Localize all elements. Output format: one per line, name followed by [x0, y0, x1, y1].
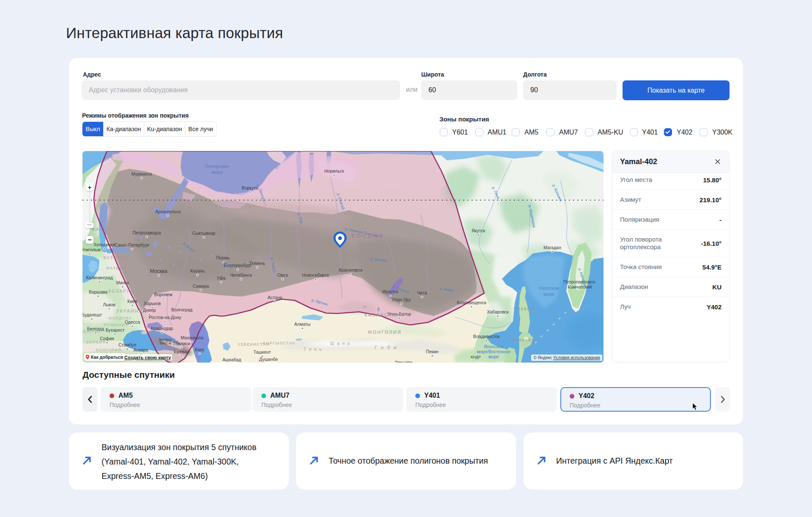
svg-text:Красноярск: Красноярск [339, 267, 362, 272]
svg-text:Японское: Японское [484, 344, 504, 349]
svg-text:море/Восточное: море/Восточное [477, 349, 510, 354]
svg-text:море: море [543, 292, 554, 297]
svg-text:Ашхабад: Ашхабад [222, 357, 241, 362]
svg-text:Воронеж: Воронеж [154, 292, 172, 297]
svg-text:Владивосток: Владивосток [473, 334, 500, 339]
svg-text:Самара: Самара [193, 283, 209, 289]
svg-text:Мурманск: Мурманск [132, 171, 152, 176]
svg-text:Будапешт: Будапешт [82, 312, 102, 317]
svg-text:Якутск: Якутск [472, 228, 485, 233]
svg-text:Ш а н ь: Ш а н ь [330, 341, 351, 346]
svg-text:КНДР: КНДР [471, 355, 481, 359]
svg-text:Ташкент: Ташкент [253, 349, 271, 355]
svg-text:Новосибирск: Новосибирск [302, 272, 329, 278]
svg-text:Махачкала: Махачкала [181, 335, 203, 340]
svg-text:Стокгольм: Стокгольм [82, 247, 100, 252]
svg-text:Благовещенск: Благовещенск [457, 300, 486, 305]
svg-text:Воркута: Воркута [241, 185, 258, 190]
svg-text:Петропавловск-: Петропавловск- [563, 279, 596, 284]
svg-text:СЕРБИЯ: СЕРБИЯ [86, 340, 106, 344]
svg-text:Хельсинки: Хельсинки [93, 242, 115, 247]
svg-text:Улан-Удэ: Улан-Удэ [392, 297, 411, 302]
svg-text:Калининград: Калининград [86, 275, 112, 280]
svg-text:МОНГОЛИЯ: МОНГОЛИЯ [368, 330, 402, 335]
svg-text:ВЕНГРИЯ: ВЕНГРИЯ [82, 330, 101, 334]
svg-text:Харьков: Харьков [144, 301, 161, 306]
svg-text:Краснодар: Краснодар [151, 326, 173, 331]
svg-text:Чита: Чита [417, 290, 427, 295]
svg-text:Казань: Казань [190, 268, 205, 273]
svg-text:Тяньцзинь: Тяньцзинь [395, 360, 413, 363]
svg-text:море: море [488, 354, 499, 359]
svg-text:УКРАИНА: УКРАИНА [116, 308, 143, 314]
svg-text:Архангельск: Архангельск [155, 209, 181, 214]
svg-text:Ростов-на-Дону: Ростов-на-Дону [149, 315, 181, 320]
svg-text:КАЗАХСТАН: КАЗАХСТАН [365, 312, 401, 317]
svg-text:Сыктывкар: Сыктывкар [192, 231, 215, 236]
svg-text:Бухарест: Бухарест [106, 327, 125, 333]
svg-text:Хоккайдо: Хоккайдо [512, 337, 538, 342]
svg-text:Норильск: Норильск [324, 168, 344, 173]
svg-text:Ереван: Ереван [174, 349, 189, 354]
svg-text:Т я н ь: Т я н ь [304, 347, 323, 352]
svg-text:Хабаровск: Хабаровск [487, 309, 509, 314]
svg-text:Петрозаводск: Петрозаводск [132, 230, 161, 235]
svg-text:Омск: Омск [277, 272, 288, 278]
svg-text:Астана: Астана [268, 295, 283, 300]
svg-text:Тюмень: Тюмень [249, 261, 266, 266]
svg-text:Санкт-Петербург: Санкт-Петербург [115, 242, 150, 248]
svg-text:ЭСТОНИЯ: ЭСТОНИЯ [103, 255, 129, 260]
svg-text:Баку: Баку [195, 347, 205, 352]
svg-text:Магадан: Магадан [543, 245, 561, 250]
svg-text:Киев: Киев [127, 299, 137, 304]
svg-text:Охотское: Охотское [539, 286, 559, 291]
svg-text:Сахалин: Сахалин [514, 306, 537, 311]
svg-text:Анкара: Анкара [133, 347, 148, 352]
svg-text:Волгоград: Волгоград [171, 307, 192, 312]
svg-text:РУМЫНИЯ: РУМЫНИЯ [104, 322, 129, 327]
svg-text:Печорское: Печорское [205, 164, 229, 169]
svg-text:Минск: Минск [116, 280, 129, 285]
svg-text:КЫРГЫЗСТАН: КЫРГЫЗСТАН [263, 341, 295, 345]
svg-text:Сибирская: Сибирская [293, 231, 320, 236]
svg-text:равнина: равнина [295, 237, 316, 242]
svg-text:море: море [211, 170, 222, 175]
svg-text:Пекин: Пекин [426, 349, 439, 354]
svg-text:Уфа: Уфа [217, 275, 225, 280]
svg-text:БОЛГАРИЯ: БОЛГАРИЯ [96, 348, 121, 352]
svg-text:ФИНЛЯНДИЯ: ФИНЛЯНДИЯ [91, 227, 126, 232]
svg-text:Г о б и: Г о б и [375, 345, 398, 350]
svg-text:РОССИЯ: РОССИЯ [351, 233, 384, 239]
svg-text:Душанбе: Душанбе [259, 357, 278, 362]
svg-text:Варшава: Варшава [89, 289, 107, 294]
svg-text:Западно-: Западно- [294, 225, 317, 230]
svg-text:Львов: Львов [103, 302, 115, 307]
svg-text:Тбилиси: Тбилиси [173, 341, 190, 346]
svg-text:МОЛДОВА: МОЛДОВА [108, 316, 132, 320]
svg-text:5642 м: 5642 м [159, 341, 171, 345]
svg-text:Днепр: Днепр [143, 308, 156, 313]
svg-text:Алматы: Алматы [294, 322, 310, 327]
svg-text:Челябинск: Челябинск [230, 272, 252, 278]
svg-text:ЛАТВИЯ: ЛАТВИЯ [106, 266, 127, 270]
svg-text:Стамбул: Стамбул [118, 342, 136, 347]
svg-text:БЕЛАРУСЬ: БЕЛАРУСЬ [108, 289, 137, 294]
svg-text:Москва: Москва [150, 268, 167, 274]
